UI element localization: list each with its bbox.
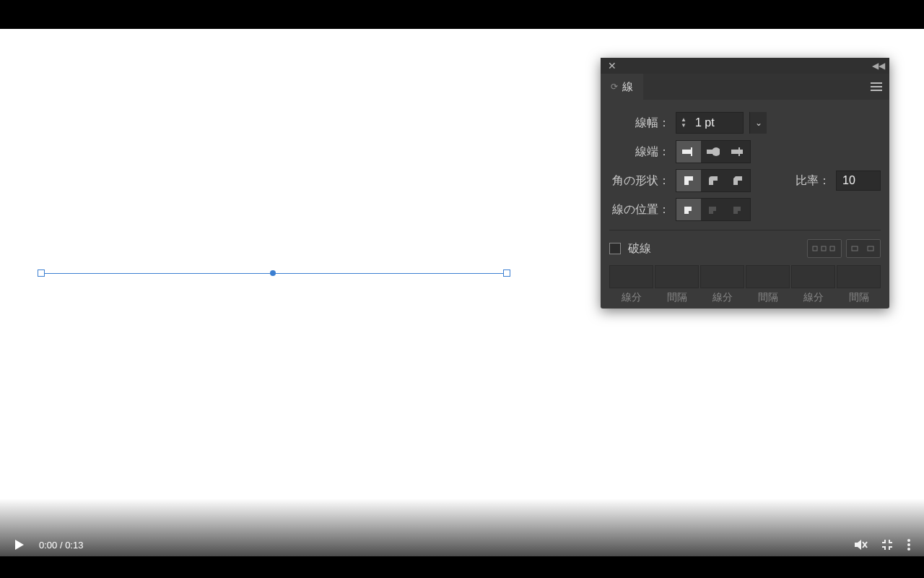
align-outside-button[interactable] — [725, 199, 750, 220]
collapse-icon[interactable]: ◀◀ — [872, 61, 885, 71]
dash-lbl-2: 間隔 — [655, 291, 699, 304]
dash-preserve-button[interactable] — [807, 239, 842, 258]
bounding-handle-right[interactable] — [503, 269, 510, 277]
fullscreen-exit-icon[interactable] — [881, 538, 894, 551]
join-round-button[interactable] — [701, 170, 725, 191]
dash-align-button[interactable] — [846, 239, 881, 258]
dash-cell-5[interactable] — [791, 265, 835, 288]
svg-point-14 — [907, 543, 910, 546]
dash-lbl-4: 間隔 — [746, 291, 790, 304]
stroke-width-label: 線幅： — [609, 116, 670, 131]
close-icon[interactable]: ✕ — [605, 60, 619, 72]
stroke-width-dropdown[interactable]: ⌄ — [749, 112, 767, 134]
align-group — [676, 198, 751, 221]
panel-titlebar[interactable]: ✕ ◀◀ — [601, 58, 889, 74]
svg-rect-0 — [682, 150, 691, 154]
time-display: 0:00 / 0:13 — [39, 540, 83, 551]
cap-projecting-button[interactable] — [725, 141, 750, 163]
dash-cell-2[interactable] — [655, 265, 699, 288]
tab-stroke[interactable]: ⟳ 線 — [601, 74, 643, 100]
svg-rect-8 — [830, 246, 834, 251]
svg-rect-9 — [852, 246, 858, 251]
panel-tabs: ⟳ 線 — [601, 74, 889, 100]
join-miter-button[interactable] — [676, 170, 701, 191]
svg-rect-6 — [813, 246, 817, 251]
stepper-icon[interactable]: ▲▼ — [676, 117, 691, 129]
tab-label: 線 — [622, 80, 633, 94]
row-join: 角の形状： 比率： — [609, 166, 881, 195]
cap-round-button[interactable] — [701, 141, 725, 163]
video-bottom-bar — [0, 556, 924, 578]
stroke-width-input[interactable] — [691, 116, 743, 129]
svg-rect-1 — [691, 147, 692, 156]
dash-cell-6[interactable] — [837, 265, 881, 288]
dash-section: 破線 線分 — [609, 230, 881, 304]
dashed-checkbox[interactable] — [609, 243, 621, 254]
align-label: 線の位置： — [609, 202, 670, 217]
svg-rect-5 — [738, 147, 740, 156]
row-stroke-width: 線幅： ▲▼ ⌄ — [609, 108, 881, 137]
ratio-label: 比率： — [796, 173, 830, 189]
tab-spacer — [643, 74, 889, 100]
video-controls: 0:00 / 0:13 — [0, 530, 924, 559]
dash-cell-4[interactable] — [746, 265, 790, 288]
dashed-label: 破線 — [628, 241, 651, 256]
play-icon[interactable] — [13, 538, 26, 551]
panel-body: 線幅： ▲▼ ⌄ 線端： — [601, 100, 889, 309]
dash-label-row: 線分 間隔 線分 間隔 線分 間隔 — [609, 291, 881, 304]
svg-rect-10 — [868, 246, 873, 251]
dash-lbl-6: 間隔 — [837, 291, 881, 304]
align-center-button[interactable] — [676, 199, 701, 220]
join-group — [676, 169, 751, 192]
stroke-panel: ✕ ◀◀ ⟳ 線 線幅： ▲▼ ⌄ 線端： — [601, 58, 889, 309]
svg-rect-7 — [821, 246, 826, 251]
dash-value-grid — [609, 265, 881, 288]
align-inside-button[interactable] — [701, 199, 725, 220]
bounding-handle-left[interactable] — [38, 269, 45, 277]
miter-limit-input[interactable] — [836, 171, 881, 191]
dash-cell-1[interactable] — [609, 265, 653, 288]
stroke-width-field[interactable]: ▲▼ — [676, 112, 744, 134]
cap-label: 線端： — [609, 144, 670, 160]
row-cap: 線端： — [609, 137, 881, 166]
dash-row: 破線 — [609, 236, 881, 261]
anchor-point-center[interactable] — [270, 270, 276, 276]
top-black-bar — [0, 0, 924, 29]
svg-rect-4 — [731, 150, 743, 154]
join-label: 角の形状： — [609, 173, 670, 189]
dash-option-group — [807, 239, 881, 258]
dash-lbl-5: 線分 — [791, 291, 835, 304]
mute-icon[interactable] — [853, 538, 868, 552]
svg-point-13 — [907, 539, 910, 542]
more-icon[interactable] — [907, 538, 911, 551]
cap-butt-button[interactable] — [676, 141, 701, 163]
svg-point-15 — [907, 548, 910, 551]
panel-menu-icon[interactable] — [871, 82, 882, 91]
cap-group — [676, 140, 751, 163]
dash-cell-3[interactable] — [700, 265, 744, 288]
dash-lbl-1: 線分 — [609, 291, 653, 304]
dash-lbl-3: 線分 — [700, 291, 744, 304]
row-align: 線の位置： — [609, 195, 881, 224]
cycle-icon: ⟳ — [611, 82, 618, 92]
svg-point-3 — [712, 147, 720, 156]
join-bevel-button[interactable] — [725, 170, 750, 191]
